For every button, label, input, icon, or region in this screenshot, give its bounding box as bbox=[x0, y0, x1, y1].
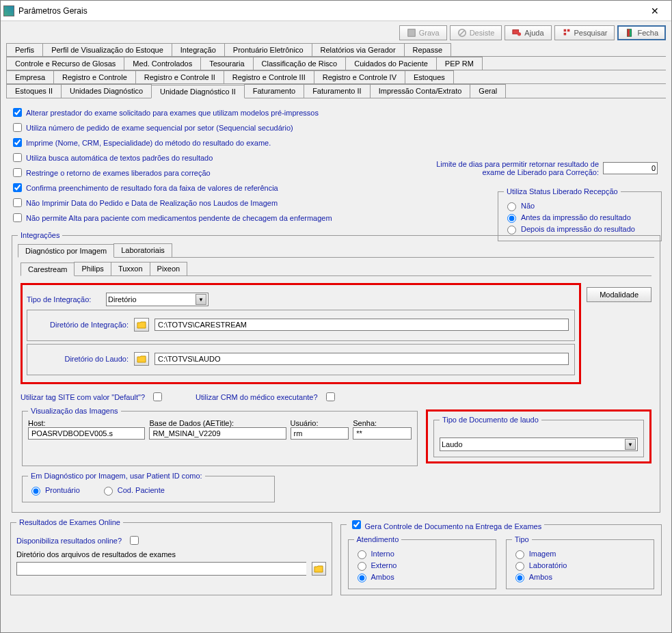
dir-laudo-input[interactable] bbox=[154, 353, 569, 365]
radio-cod-paciente[interactable] bbox=[104, 487, 113, 496]
grava-button[interactable]: Grava bbox=[399, 25, 447, 40]
modalidade-button[interactable]: Modalidade bbox=[587, 287, 651, 302]
tab-pixeon[interactable]: Pixeon bbox=[150, 262, 188, 275]
limit-label: Limite de dias para permitir retornar re… bbox=[421, 160, 599, 176]
tab-faturamento2[interactable]: Faturamento II bbox=[304, 84, 371, 98]
dir-integ-input[interactable] bbox=[154, 319, 569, 331]
radio-prontuario[interactable] bbox=[31, 487, 40, 496]
tab-repasse[interactable]: Repasse bbox=[404, 43, 451, 56]
lbl-c2: Utiliza número de pedido de exame sequen… bbox=[26, 124, 293, 132]
tab-cuidados[interactable]: Cuidados do Paciente bbox=[345, 57, 437, 70]
tipo-integ-select[interactable]: Diretório ▼ bbox=[106, 293, 209, 306]
radio-antes[interactable] bbox=[507, 214, 516, 223]
dir-laudo-label: Diretório do Laudo: bbox=[33, 355, 129, 363]
lbl-c7: Não Imprimir Data do Pedido e Data de Re… bbox=[26, 199, 278, 207]
radio-imagem[interactable] bbox=[515, 550, 524, 559]
user-label: Usuário: bbox=[291, 419, 349, 427]
tab-faturamento[interactable]: Faturamento bbox=[244, 84, 304, 98]
host-input[interactable] bbox=[28, 427, 145, 440]
tab-med-controlados[interactable]: Med. Controlados bbox=[124, 57, 201, 70]
radio-externo[interactable] bbox=[358, 562, 366, 571]
chk-nao-imprimir-data[interactable] bbox=[13, 198, 22, 207]
tab-estoques[interactable]: Estoques bbox=[405, 70, 454, 83]
tag-site-label: Utilizar tag SITE com valor "Default"? bbox=[21, 393, 145, 401]
tab-geral[interactable]: Geral bbox=[470, 84, 506, 98]
radio-ambos-atend[interactable] bbox=[358, 574, 366, 582]
tipodoc-select[interactable]: Laudo ▼ bbox=[440, 437, 638, 451]
patientid-legend: Em Diagnóstico por Imagem, usar Patient … bbox=[28, 472, 205, 480]
chevron-down-icon: ▼ bbox=[196, 294, 206, 305]
window-title: Parâmetros Gerais bbox=[18, 6, 641, 16]
svg-rect-9 bbox=[628, 29, 630, 37]
pesquisar-button[interactable]: Pesquisar bbox=[554, 25, 615, 40]
tab-empresa[interactable]: Empresa bbox=[6, 70, 54, 83]
svg-rect-6 bbox=[567, 29, 569, 32]
chk-pedido-sequencial[interactable] bbox=[13, 123, 22, 132]
fecha-button[interactable]: Fecha bbox=[617, 25, 666, 40]
tab-tuxxon[interactable]: Tuxxon bbox=[111, 262, 150, 275]
limit-input[interactable] bbox=[603, 162, 658, 174]
dir-result-input[interactable] bbox=[16, 562, 306, 576]
tab-tesouraria[interactable]: Tesouraria bbox=[200, 57, 253, 70]
tipodoc-legend: Tipo de Documento de laudo bbox=[440, 416, 541, 424]
tab-unidade-diag2[interactable]: Unidade Diagnóstico II bbox=[151, 85, 245, 98]
tab-reg-controle3[interactable]: Registro e Controle III bbox=[224, 70, 314, 83]
dir-result-browse[interactable] bbox=[312, 562, 326, 576]
tab-diag-imagem[interactable]: Diagnóstico por Imagem bbox=[18, 244, 114, 258]
chk-restringe-retorno[interactable] bbox=[13, 168, 22, 177]
tab-perfil-viz-estoque[interactable]: Perfil de Visualização do Estoque bbox=[42, 43, 172, 56]
radio-nao[interactable] bbox=[507, 202, 516, 211]
search-icon bbox=[562, 28, 572, 38]
app-icon bbox=[3, 5, 14, 16]
tab-philips[interactable]: Philips bbox=[74, 262, 111, 275]
dir-laudo-browse[interactable] bbox=[134, 352, 149, 366]
tab-prontuario[interactable]: Prontuário Eletrônico bbox=[224, 43, 312, 56]
chk-confirma-preench[interactable] bbox=[13, 183, 22, 192]
chk-nao-permite-alta[interactable] bbox=[13, 213, 22, 222]
tab-reg-controle2[interactable]: Registro e Controle II bbox=[135, 70, 224, 83]
dir-integ-browse[interactable] bbox=[134, 318, 149, 332]
tab-integracao[interactable]: Integração bbox=[172, 43, 225, 56]
tab-perfis[interactable]: Perfis bbox=[6, 43, 43, 56]
chk-tag-site[interactable] bbox=[153, 392, 162, 401]
chk-crm[interactable] bbox=[326, 392, 335, 401]
tab-unidades-diag[interactable]: Unidades Diagnóstico bbox=[61, 84, 152, 98]
tab-reg-controle4[interactable]: Registro e Controle IV bbox=[314, 70, 405, 83]
pass-input[interactable] bbox=[353, 427, 412, 440]
tipo-legend: Tipo bbox=[512, 535, 532, 543]
lbl-c3: Imprime (Nome, CRM, Especialidade) do mé… bbox=[26, 139, 271, 147]
desiste-button[interactable]: Desiste bbox=[450, 25, 502, 40]
chk-disponibiliza[interactable] bbox=[130, 536, 139, 545]
radio-ambos-tipo[interactable] bbox=[515, 574, 524, 582]
tab-estoques2[interactable]: Estoques II bbox=[6, 84, 62, 98]
dir-result-label: Diretório dos arquivos de resultados de … bbox=[16, 550, 326, 558]
ajuda-button[interactable]: Ajuda bbox=[505, 25, 551, 40]
svg-point-4 bbox=[518, 32, 521, 36]
tab-reg-controle[interactable]: Registro e Controle bbox=[53, 70, 136, 83]
chk-gera-controle[interactable] bbox=[352, 520, 361, 529]
lbl-c8: Não permite Alta para paciente com medic… bbox=[26, 214, 332, 222]
tab-carestream[interactable]: Carestream bbox=[21, 262, 75, 276]
user-input[interactable] bbox=[291, 427, 349, 440]
chevron-down-icon: ▼ bbox=[625, 439, 636, 450]
radio-depois[interactable] bbox=[507, 226, 516, 234]
radio-laboratorio[interactable] bbox=[515, 562, 524, 571]
viz-legend: Visualização das Imagens bbox=[28, 407, 121, 415]
tab-glosas[interactable]: Controle e Recurso de Glosas bbox=[6, 57, 124, 70]
help-icon bbox=[512, 28, 522, 38]
radio-interno[interactable] bbox=[358, 550, 366, 559]
tab-impressao-conta[interactable]: Impressão Conta/Extrato bbox=[370, 84, 471, 98]
chk-busca-auto[interactable] bbox=[13, 153, 22, 162]
base-input[interactable] bbox=[149, 427, 286, 440]
tab-relatorios[interactable]: Relatórios via Gerador bbox=[312, 43, 405, 56]
status-legend: Utiliza Status Liberado Recepção bbox=[504, 187, 621, 196]
save-icon bbox=[407, 28, 416, 38]
tab-pep-rm[interactable]: PEP RM bbox=[436, 57, 483, 70]
svg-line-2 bbox=[459, 31, 464, 36]
gera-legend: Gera Controle de Documento na Entrega de… bbox=[365, 522, 542, 530]
tab-laboratoriais[interactable]: Laboratoriais bbox=[113, 243, 172, 257]
chk-imprime-metodo[interactable] bbox=[13, 138, 22, 147]
close-button[interactable]: ✕ bbox=[641, 5, 669, 16]
tab-classif-risco[interactable]: Classificação de Risco bbox=[253, 57, 347, 70]
chk-alterar-prestador[interactable] bbox=[13, 108, 22, 117]
